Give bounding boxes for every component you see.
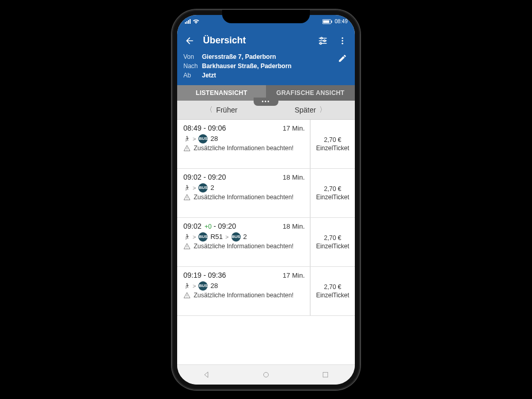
signal-icon: [184, 19, 191, 24]
svg-point-24: [263, 372, 268, 377]
walk-icon: [183, 282, 190, 290]
price: 2,70 €: [324, 283, 341, 291]
bus-icon: BUS: [198, 232, 208, 242]
walk-icon: [183, 233, 190, 241]
info-note: Zusätzliche Informationen beachten!: [183, 292, 305, 299]
chevron-right-icon: >: [225, 234, 228, 240]
warning-icon: [183, 292, 191, 299]
svg-point-6: [324, 40, 325, 41]
info-note-text: Zusätzliche Informationen beachten!: [194, 292, 293, 299]
svg-point-12: [186, 136, 187, 137]
route-values: Giersstraße 7, Paderborn Barkhauser Stra…: [202, 52, 336, 80]
price: 2,70 €: [324, 136, 341, 143]
result-details: 08:49 - 09:0617 Min.>BUS28Zusätzliche In…: [177, 120, 310, 168]
earlier-button[interactable]: 〈 Früher: [177, 101, 266, 119]
chevron-right-icon: >: [193, 234, 196, 240]
back-arrow-icon[interactable]: [183, 35, 196, 47]
tab-list-view[interactable]: LISTENANSICHT: [177, 85, 266, 101]
ticket-type: EinzelTicket: [316, 292, 349, 299]
result-row[interactable]: 08:49 - 09:0617 Min.>BUS28Zusätzliche In…: [177, 120, 355, 169]
info-note: Zusätzliche Informationen beachten!: [183, 243, 305, 250]
walk-icon: [183, 135, 190, 143]
phone-notch: [222, 10, 310, 23]
svg-point-11: [342, 42, 343, 44]
result-row[interactable]: 09:19 - 09:3617 Min.>BUS28Zusätzliche In…: [177, 267, 355, 316]
depart-label: Ab: [183, 71, 202, 80]
paging-bar: ••• 〈 Früher Später 〉: [177, 101, 355, 120]
price-column: 2,70 €EinzelTicket: [310, 267, 355, 315]
svg-point-17: [186, 198, 187, 199]
duration: 18 Min.: [283, 222, 305, 230]
later-label: Später: [294, 106, 316, 114]
from-label: Von: [183, 52, 202, 61]
later-button[interactable]: Später 〉: [266, 101, 355, 119]
price-column: 2,70 €EinzelTicket: [310, 218, 355, 266]
wifi-icon: [193, 19, 199, 24]
app-header: Übersicht Von Nach Ab Giersstraße 7, Pad…: [177, 28, 355, 85]
filter-icon[interactable]: [317, 35, 329, 47]
nav-back-icon[interactable]: [202, 370, 211, 379]
page-title: Übersicht: [203, 35, 309, 46]
svg-point-20: [186, 247, 187, 248]
svg-point-4: [321, 37, 322, 39]
bus-icon: BUS: [231, 232, 241, 242]
walk-icon: [183, 184, 190, 192]
svg-point-10: [342, 40, 343, 41]
more-menu-icon[interactable]: [336, 35, 349, 47]
edit-icon[interactable]: [336, 52, 349, 65]
bus-line: 28: [210, 135, 217, 142]
svg-point-18: [186, 234, 187, 235]
info-note: Zusätzliche Informationen beachten!: [183, 194, 305, 201]
to-value: Barkhauser Straße, Paderborn: [202, 61, 336, 71]
bus-icon: BUS: [198, 281, 208, 291]
journey-legs: >BUS2: [183, 183, 305, 193]
result-details: 09:02 +0 - 09:2018 Min.>BUSR51>BUS2Zusät…: [177, 218, 310, 266]
duration: 17 Min.: [283, 124, 305, 132]
svg-point-21: [186, 283, 187, 284]
journey-legs: >BUS28: [183, 281, 305, 291]
bus-icon: BUS: [198, 134, 208, 143]
chevron-right-icon: >: [193, 136, 196, 142]
warning-icon: [183, 145, 191, 152]
info-note-text: Zusätzliche Informationen beachten!: [194, 243, 293, 250]
price: 2,70 €: [324, 185, 341, 193]
result-details: 09:02 - 09:2018 Min.>BUS2Zusätzliche Inf…: [177, 169, 310, 217]
earlier-label: Früher: [216, 106, 237, 114]
price-column: 2,70 €EinzelTicket: [310, 169, 355, 217]
bus-line: R51: [210, 233, 223, 241]
android-nav-bar: [177, 364, 355, 385]
time-range: 09:02 - 09:20: [183, 173, 226, 181]
journey-legs: >BUSR51>BUS2: [183, 232, 305, 242]
svg-point-9: [342, 37, 343, 39]
svg-rect-1: [323, 20, 329, 23]
bus-line: 2: [210, 184, 214, 191]
warning-icon: [183, 194, 191, 201]
duration: 17 Min.: [283, 272, 305, 279]
tab-graphic-view[interactable]: GRAFISCHE ANSICHT: [266, 85, 355, 101]
info-note: Zusätzliche Informationen beachten!: [183, 145, 305, 152]
drag-handle-icon[interactable]: •••: [254, 98, 278, 106]
phone-frame: 08:49 Übersicht Von Nach: [172, 10, 360, 390]
info-note-text: Zusätzliche Informationen beachten!: [194, 194, 293, 201]
ticket-type: EinzelTicket: [316, 243, 349, 250]
time-range: 09:02 +0 - 09:20: [183, 222, 236, 230]
price-column: 2,70 €EinzelTicket: [310, 120, 355, 168]
result-row[interactable]: 09:02 - 09:2018 Min.>BUS2Zusätzliche Inf…: [177, 169, 355, 218]
to-label: Nach: [183, 61, 202, 71]
chevron-right-icon: >: [193, 283, 196, 289]
ticket-type: EinzelTicket: [316, 194, 349, 201]
svg-rect-25: [323, 372, 327, 377]
svg-rect-2: [331, 21, 332, 23]
warning-icon: [183, 243, 191, 250]
bus-line: 2: [243, 233, 247, 241]
status-time: 08:49: [335, 19, 348, 24]
duration: 18 Min.: [283, 173, 305, 181]
nav-home-icon[interactable]: [261, 370, 271, 379]
ticket-type: EinzelTicket: [316, 145, 349, 152]
result-row[interactable]: 09:02 +0 - 09:2018 Min.>BUSR51>BUS2Zusät…: [177, 218, 355, 267]
results-list[interactable]: 08:49 - 09:0617 Min.>BUS28Zusätzliche In…: [177, 120, 355, 364]
time-range: 08:49 - 09:06: [183, 124, 226, 132]
nav-recent-icon[interactable]: [321, 370, 330, 379]
delay-badge: +0: [205, 223, 212, 230]
time-range: 09:19 - 09:36: [183, 271, 226, 279]
